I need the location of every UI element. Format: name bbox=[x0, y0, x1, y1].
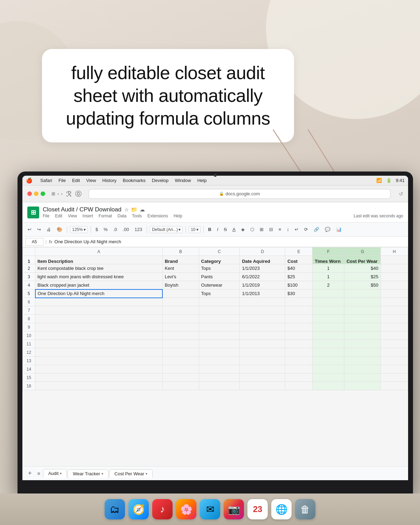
tab-wear-tracker-arrow[interactable]: ▾ bbox=[102, 472, 103, 476]
dock-item-calendar[interactable]: 23 bbox=[247, 499, 268, 519]
col-header-a[interactable]: A bbox=[35, 247, 163, 256]
cell-e5[interactable]: $30 bbox=[285, 289, 313, 298]
col-header-d[interactable]: D bbox=[240, 247, 285, 256]
col-header-h[interactable]: H bbox=[381, 247, 408, 256]
wrap-button[interactable]: ↵ bbox=[293, 226, 300, 233]
rotate-button[interactable]: ⟳ bbox=[302, 226, 310, 233]
sheets-insert-menu[interactable]: Insert bbox=[83, 214, 93, 218]
undo-button[interactable]: ↩ bbox=[26, 226, 33, 233]
decimal-dec-button[interactable]: .0 bbox=[112, 226, 119, 233]
bookmarks-menu[interactable]: Bookmarks bbox=[123, 178, 146, 183]
cell-f3[interactable]: 1 bbox=[313, 273, 344, 281]
text-color-button[interactable]: ◈ bbox=[239, 226, 246, 233]
percent-button[interactable]: % bbox=[102, 226, 110, 233]
tab-cost-per-wear-arrow[interactable]: ▾ bbox=[146, 472, 147, 476]
cell-b3[interactable]: Levi's bbox=[162, 273, 199, 281]
sheets-tools-menu[interactable]: Tools bbox=[132, 214, 142, 218]
paint-format-button[interactable]: 🎨 bbox=[55, 226, 64, 233]
develop-menu[interactable]: Develop bbox=[152, 178, 169, 183]
strikethrough-button[interactable]: S bbox=[222, 226, 229, 233]
folder-icon[interactable]: 📁 bbox=[131, 206, 138, 213]
sheets-view-menu[interactable]: View bbox=[68, 214, 77, 218]
sheets-format-menu[interactable]: Format bbox=[99, 214, 112, 218]
dock-item-finder[interactable]: 🗂 bbox=[105, 499, 125, 519]
dock-item-instagram[interactable]: 📷 bbox=[224, 499, 244, 519]
cell-e3[interactable]: $25 bbox=[285, 273, 313, 281]
decimal-inc-button[interactable]: .00 bbox=[121, 226, 131, 233]
cell-c3[interactable]: Pants bbox=[199, 273, 240, 281]
cell-h2[interactable] bbox=[381, 264, 408, 273]
italic-button[interactable]: I bbox=[215, 226, 220, 233]
cell-h4[interactable] bbox=[381, 281, 408, 289]
tab-wear-tracker[interactable]: Wear Tracker ▾ bbox=[68, 469, 108, 478]
history-menu[interactable]: History bbox=[102, 178, 116, 183]
cell-a5[interactable]: One Direction Up All Night merch bbox=[35, 289, 163, 298]
col-header-f[interactable]: F bbox=[313, 247, 344, 256]
maximize-button[interactable] bbox=[41, 191, 45, 196]
cell-g2[interactable]: $40 bbox=[344, 264, 381, 273]
dock-item-trash[interactable]: 🗑 bbox=[295, 499, 315, 519]
cell-g1[interactable]: Cost Per Wear bbox=[344, 256, 381, 264]
sheets-extensions-menu[interactable]: Extensions bbox=[147, 214, 168, 218]
share-icon[interactable]: ℛ bbox=[66, 190, 72, 198]
tab-audit[interactable]: Audit ▾ bbox=[43, 469, 67, 478]
dock-item-music[interactable]: ♪ bbox=[152, 499, 173, 519]
cell-c1[interactable]: Category bbox=[199, 256, 240, 264]
close-button[interactable] bbox=[27, 191, 32, 196]
back-button[interactable]: ‹ bbox=[57, 191, 59, 196]
cell-e1[interactable]: Cost bbox=[285, 256, 313, 264]
fill-color-button[interactable]: ⬡ bbox=[248, 226, 256, 233]
cell-f1[interactable]: Times Worn bbox=[313, 256, 344, 264]
cell-reference[interactable]: A5 bbox=[25, 238, 43, 246]
col-header-g[interactable]: G bbox=[344, 247, 381, 256]
redo-button[interactable]: ↪ bbox=[35, 226, 43, 233]
cell-c2[interactable]: Tops bbox=[199, 264, 240, 273]
cell-a1[interactable]: Item Description bbox=[35, 256, 163, 264]
cell-d4[interactable]: 1/1/2019 bbox=[240, 281, 285, 289]
cell-c5[interactable]: Tops bbox=[199, 289, 240, 298]
cell-c4[interactable]: Outerwear bbox=[199, 281, 240, 289]
address-bar[interactable]: 🔒 docs.google.com bbox=[89, 189, 391, 199]
cell-f2[interactable]: 1 bbox=[313, 264, 344, 273]
number-format-button[interactable]: 123 bbox=[133, 226, 144, 233]
safari-menu[interactable]: Safari bbox=[40, 178, 52, 183]
sheets-help-menu[interactable]: Help bbox=[174, 214, 182, 218]
cell-b2[interactable]: Kent bbox=[162, 264, 199, 273]
cell-a4[interactable]: Black cropped jean jacket bbox=[35, 281, 163, 289]
edit-menu[interactable]: Edit bbox=[72, 178, 80, 183]
valign-button[interactable]: ↕ bbox=[285, 226, 291, 233]
chart-button[interactable]: 📊 bbox=[334, 226, 343, 233]
col-header-b[interactable]: B bbox=[162, 247, 199, 256]
sheet-list-button[interactable]: ≡ bbox=[35, 469, 43, 478]
cell-h3[interactable] bbox=[381, 273, 408, 281]
sheets-data-menu[interactable]: Data bbox=[118, 214, 126, 218]
dock-item-photos[interactable]: 🌸 bbox=[176, 499, 196, 519]
align-button[interactable]: ≡ bbox=[277, 226, 283, 233]
tab-grid-icon[interactable]: ⊞ bbox=[51, 191, 55, 196]
reader-icon[interactable]: ⓪ bbox=[75, 190, 82, 198]
zoom-select[interactable]: 125% ▾ bbox=[70, 226, 88, 233]
cell-b4[interactable]: Boyish bbox=[162, 281, 199, 289]
view-menu[interactable]: View bbox=[86, 178, 96, 183]
cell-d1[interactable]: Date Aquired bbox=[240, 256, 285, 264]
col-header-e[interactable]: E bbox=[285, 247, 313, 256]
minimize-button[interactable] bbox=[34, 191, 38, 196]
cell-d3[interactable]: 6/1/2022 bbox=[240, 273, 285, 281]
font-size-select[interactable]: 10 ▾ bbox=[189, 226, 200, 233]
cloud-icon[interactable]: ☁ bbox=[140, 206, 145, 213]
cell-f5[interactable] bbox=[313, 289, 344, 298]
bold-button[interactable]: B bbox=[206, 226, 213, 233]
col-header-c[interactable]: C bbox=[199, 247, 240, 256]
reload-button[interactable]: ↺ bbox=[399, 191, 403, 197]
sheets-file-menu[interactable]: File bbox=[43, 214, 49, 218]
window-menu[interactable]: Window bbox=[175, 178, 191, 183]
star-icon[interactable]: ☆ bbox=[124, 206, 129, 213]
cell-g4[interactable]: $50 bbox=[344, 281, 381, 289]
underline-button[interactable]: A bbox=[231, 226, 237, 233]
cell-e2[interactable]: $40 bbox=[285, 264, 313, 273]
dock-item-mail[interactable]: ✉ bbox=[200, 499, 220, 519]
borders-button[interactable]: ⊞ bbox=[258, 226, 265, 233]
merge-button[interactable]: ⊟ bbox=[267, 226, 275, 233]
font-select[interactable]: Default (Ari...) ▾ bbox=[150, 226, 183, 233]
sheets-edit-menu[interactable]: Edit bbox=[55, 214, 62, 218]
